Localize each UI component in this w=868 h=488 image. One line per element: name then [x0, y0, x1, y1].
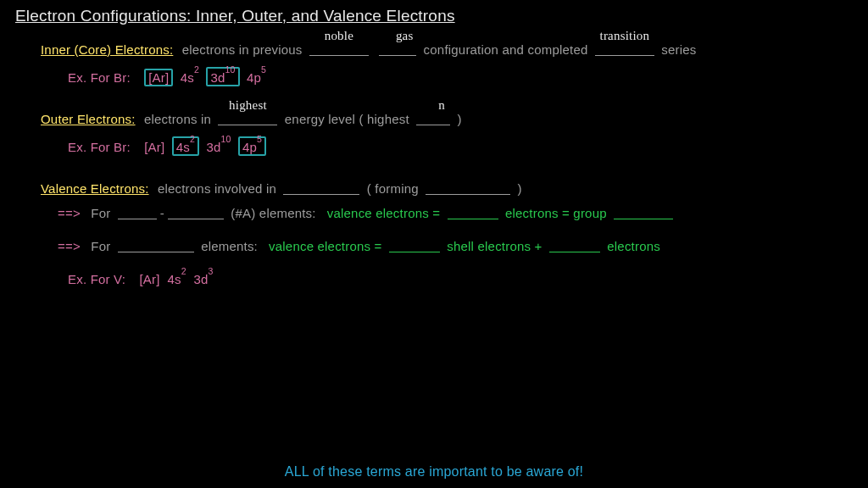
- inner-section: Inner (Core) Electrons: electrons in pre…: [41, 41, 853, 57]
- box-3d: 3d10: [206, 67, 239, 86]
- blank-gas: gas: [379, 42, 416, 56]
- outer-text-pre: electrons in: [144, 112, 211, 126]
- inner-text-pre: electrons in previous: [182, 42, 303, 57]
- blank-transition: transition: [595, 42, 654, 56]
- inner-text-mid: configuration and completed: [424, 42, 588, 57]
- blank-r2a: [118, 239, 194, 252]
- valence-rules: ==> For - (#A) elements: valence electro…: [58, 204, 853, 253]
- outer-section: Outer Electrons: electrons in highest en…: [41, 110, 853, 126]
- valence-text-mid: ( forming: [367, 181, 419, 196]
- box-ar: [Ar]: [144, 69, 173, 86]
- valence-ex-label: Ex. For V:: [68, 272, 125, 286]
- outer-ex-label: Ex. For Br:: [68, 140, 131, 154]
- blank-r1d: [614, 206, 673, 219]
- box-4p: 4p5: [238, 136, 266, 156]
- valence-header: Valence Electrons:: [41, 181, 149, 196]
- outer-text-mid: energy level ( highest: [285, 112, 409, 126]
- rule-transition: ==> For elements: valence electrons = sh…: [58, 237, 853, 253]
- inner-config: [Ar] 4s2 3d10 4p5: [144, 70, 266, 85]
- valence-example: Ex. For V: [Ar] 4s2 3d3: [68, 270, 853, 286]
- blank-r1c: [448, 206, 498, 219]
- inner-header: Inner (Core) Electrons:: [41, 42, 173, 57]
- valence-text-pre: electrons involved in: [158, 181, 276, 196]
- valence-section: Valence Electrons: electrons involved in…: [41, 180, 853, 196]
- valence-config: [Ar] 4s2 3d3: [140, 272, 214, 286]
- blank-noble: noble: [309, 42, 369, 56]
- footer-note: ALL of these terms are important to be a…: [0, 464, 868, 480]
- arrow-icon: ==>: [58, 239, 81, 253]
- blank-r2c: [549, 239, 600, 252]
- blank-involved: [283, 181, 359, 195]
- blank-n: n: [416, 112, 450, 125]
- valence-text-post: ): [518, 181, 522, 196]
- blank-highest: highest: [218, 112, 277, 125]
- blank-r1a: [118, 206, 157, 219]
- blank-r2b: [389, 239, 440, 252]
- blank-forming: [426, 181, 510, 195]
- outer-config: [Ar] 4s2 3d10 4p5: [144, 140, 266, 154]
- outer-header: Outer Electrons:: [41, 112, 136, 126]
- outer-text-post: ): [458, 112, 462, 126]
- rule-main-group: ==> For - (#A) elements: valence electro…: [58, 204, 853, 220]
- box-4s: 4s2: [172, 136, 199, 156]
- inner-text-post: series: [661, 42, 696, 57]
- slide: Electron Configurations: Inner, Outer, a…: [0, 0, 868, 488]
- outer-example: Ex. For Br: [Ar] 4s2 3d10 4p5: [68, 136, 853, 156]
- blank-r1b: [168, 206, 224, 219]
- arrow-icon: ==>: [58, 206, 81, 220]
- inner-ex-label: Ex. For Br:: [68, 70, 131, 85]
- inner-example: Ex. For Br: [Ar] 4s2 3d10 4p5: [68, 67, 853, 86]
- page-title: Electron Configurations: Inner, Outer, a…: [15, 7, 853, 25]
